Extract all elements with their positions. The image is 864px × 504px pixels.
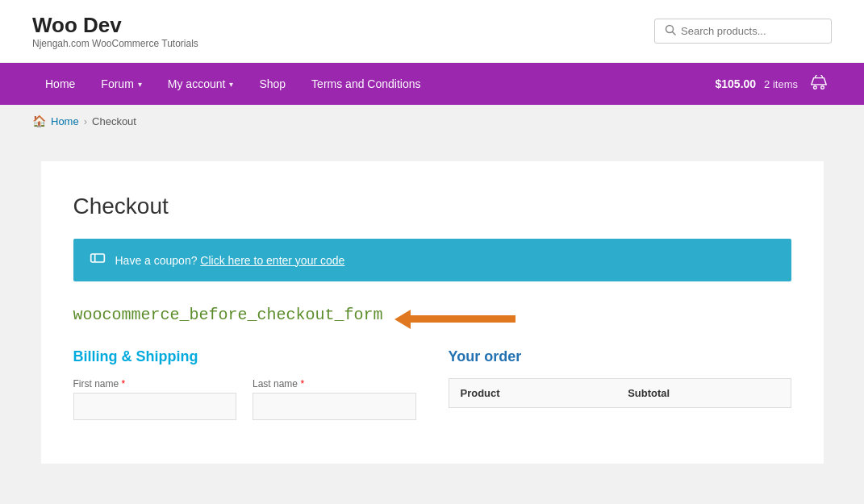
last-name-input[interactable] (253, 393, 416, 420)
nav-cart: $105.00 2 items (715, 71, 832, 97)
billing-title: Billing & Shipping (73, 348, 416, 365)
nav-menu: Home Forum ▾ My account ▾ Shop Terms and… (32, 63, 715, 105)
nav-link-home[interactable]: Home (32, 63, 88, 105)
nav-link-shop[interactable]: Shop (246, 63, 298, 105)
svg-line-1 (673, 32, 676, 35)
nav-item-home[interactable]: Home (32, 63, 88, 105)
order-table-subtotal-header: Subtotal (616, 379, 791, 408)
order-column: Your order Product Subtotal (449, 348, 791, 431)
first-name-input[interactable] (73, 393, 237, 420)
last-name-group: Last name * (253, 378, 416, 420)
nav-item-shop[interactable]: Shop (246, 63, 298, 105)
breadcrumb-separator: › (84, 115, 87, 127)
arrow-body (411, 315, 515, 323)
main-content: Checkout Have a coupon? Click here to en… (0, 137, 864, 488)
order-table: Product Subtotal (449, 378, 791, 408)
first-name-group: First name * (73, 378, 237, 420)
breadcrumb: 🏠 Home › Checkout (32, 115, 832, 127)
search-icon (665, 24, 676, 38)
coupon-icon (90, 250, 106, 270)
hook-label-row: woocommerce_before_checkout_form (73, 306, 791, 332)
breadcrumb-home-link[interactable]: Home (51, 115, 79, 127)
last-name-label: Last name * (253, 378, 416, 389)
site-nav: Home Forum ▾ My account ▾ Shop Terms and… (0, 63, 864, 105)
search-bar[interactable] (654, 19, 832, 44)
svg-rect-2 (90, 254, 104, 262)
nav-item-forum[interactable]: Forum ▾ (88, 63, 154, 105)
breadcrumb-wrap: 🏠 Home › Checkout (0, 105, 864, 137)
home-icon: 🏠 (32, 115, 46, 127)
site-header: Woo Dev Njengah.com WooCommerce Tutorial… (0, 0, 864, 63)
order-table-product-header: Product (449, 379, 616, 408)
name-fields-row: First name * Last name * (73, 378, 416, 431)
coupon-text: Have a coupon? Click here to enter your … (115, 254, 345, 267)
nav-link-forum[interactable]: Forum ▾ (88, 63, 154, 105)
chevron-down-icon: ▾ (229, 80, 233, 89)
checkout-columns: Billing & Shipping First name * L (73, 348, 791, 431)
breadcrumb-current: Checkout (92, 115, 136, 127)
hook-label: woocommerce_before_checkout_form (73, 306, 383, 324)
checkout-card: Checkout Have a coupon? Click here to en… (41, 161, 824, 464)
nav-item-myaccount[interactable]: My account ▾ (155, 63, 247, 105)
checkout-title: Checkout (73, 194, 791, 219)
chevron-down-icon: ▾ (138, 80, 142, 89)
first-name-label: First name * (73, 378, 237, 389)
cart-count: 2 items (764, 78, 798, 90)
nav-item-terms[interactable]: Terms and Conditions (298, 63, 433, 105)
nav-link-myaccount[interactable]: My account ▾ (155, 63, 247, 105)
arrow-head-icon (394, 310, 411, 329)
coupon-banner: Have a coupon? Click here to enter your … (73, 239, 791, 281)
search-input[interactable] (681, 25, 821, 37)
site-branding: Woo Dev Njengah.com WooCommerce Tutorial… (32, 13, 198, 49)
cart-icon[interactable] (806, 71, 832, 97)
nav-link-terms[interactable]: Terms and Conditions (298, 63, 433, 105)
billing-column: Billing & Shipping First name * L (73, 348, 416, 431)
site-title: Woo Dev (32, 13, 198, 38)
cart-amount: $105.00 (715, 77, 756, 90)
coupon-link[interactable]: Click here to enter your code (200, 254, 344, 267)
order-title: Your order (449, 348, 791, 365)
site-tagline: Njengah.com WooCommerce Tutorials (32, 38, 198, 49)
